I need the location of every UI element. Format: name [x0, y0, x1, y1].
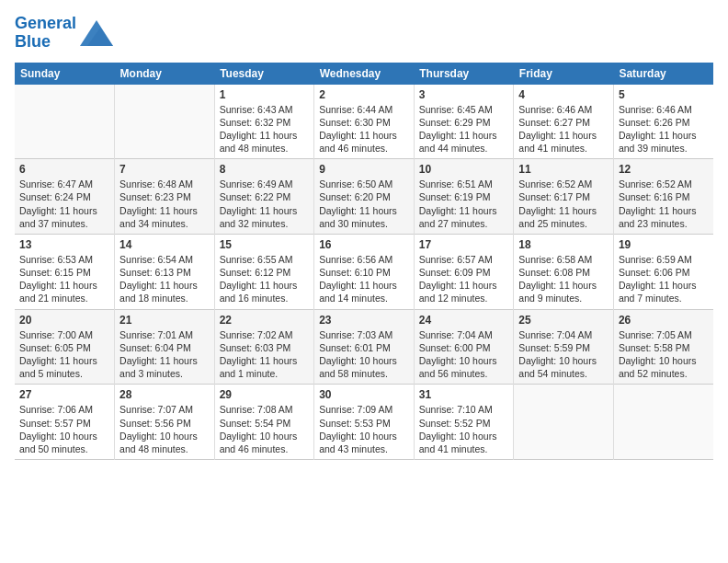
day-detail: Sunrise: 7:10 AM Sunset: 5:52 PM Dayligh… [419, 403, 509, 455]
day-number: 24 [419, 314, 509, 327]
day-detail: Sunrise: 7:03 AM Sunset: 6:01 PM Dayligh… [319, 328, 409, 381]
header-tuesday: Tuesday [214, 63, 314, 85]
day-detail: Sunrise: 6:54 AM Sunset: 6:13 PM Dayligh… [119, 253, 210, 305]
day-number: 20 [19, 314, 109, 327]
header-thursday: Thursday [414, 63, 514, 85]
day-cell: 20Sunrise: 7:00 AM Sunset: 6:05 PM Dayli… [15, 309, 115, 385]
calendar-table: SundayMondayTuesdayWednesdayThursdayFrid… [15, 63, 713, 460]
day-detail: Sunrise: 6:49 AM Sunset: 6:22 PM Dayligh… [220, 178, 310, 230]
day-detail: Sunrise: 6:52 AM Sunset: 6:16 PM Dayligh… [619, 178, 709, 230]
day-detail: Sunrise: 7:09 AM Sunset: 5:53 PM Dayligh… [319, 403, 409, 455]
day-cell: 12Sunrise: 6:52 AM Sunset: 6:16 PM Dayli… [613, 159, 713, 235]
day-cell [514, 385, 614, 460]
logo-text: GeneralBlue [15, 15, 76, 52]
day-detail: Sunrise: 7:05 AM Sunset: 5:58 PM Dayligh… [619, 328, 709, 381]
day-cell: 13Sunrise: 6:53 AM Sunset: 6:15 PM Dayli… [15, 234, 115, 309]
header-saturday: Saturday [613, 63, 713, 85]
day-cell [115, 85, 215, 159]
day-number: 2 [319, 88, 409, 101]
day-detail: Sunrise: 6:51 AM Sunset: 6:19 PM Dayligh… [419, 178, 509, 230]
day-detail: Sunrise: 7:04 AM Sunset: 5:59 PM Dayligh… [518, 328, 609, 381]
day-number: 23 [319, 314, 409, 327]
week-row-2: 6Sunrise: 6:47 AM Sunset: 6:24 PM Daylig… [15, 159, 713, 235]
day-number: 21 [119, 314, 210, 327]
day-detail: Sunrise: 6:46 AM Sunset: 6:27 PM Dayligh… [518, 103, 609, 155]
header-wednesday: Wednesday [314, 63, 415, 85]
day-number: 14 [119, 238, 210, 251]
day-number: 31 [419, 388, 509, 401]
header-friday: Friday [514, 63, 614, 85]
day-cell: 29Sunrise: 7:08 AM Sunset: 5:54 PM Dayli… [214, 385, 314, 460]
day-detail: Sunrise: 7:00 AM Sunset: 6:05 PM Dayligh… [19, 328, 109, 381]
day-number: 11 [518, 163, 609, 176]
day-number: 9 [319, 163, 409, 176]
day-detail: Sunrise: 7:08 AM Sunset: 5:54 PM Dayligh… [220, 403, 310, 455]
header-monday: Monday [115, 63, 215, 85]
day-detail: Sunrise: 6:53 AM Sunset: 6:15 PM Dayligh… [19, 253, 109, 305]
day-detail: Sunrise: 6:59 AM Sunset: 6:06 PM Dayligh… [619, 253, 709, 305]
day-detail: Sunrise: 6:48 AM Sunset: 6:23 PM Dayligh… [119, 178, 210, 230]
day-number: 26 [619, 314, 709, 327]
day-detail: Sunrise: 6:44 AM Sunset: 6:30 PM Dayligh… [319, 103, 409, 155]
day-cell: 11Sunrise: 6:52 AM Sunset: 6:17 PM Dayli… [514, 159, 614, 235]
week-row-3: 13Sunrise: 6:53 AM Sunset: 6:15 PM Dayli… [15, 234, 713, 309]
day-cell: 25Sunrise: 7:04 AM Sunset: 5:59 PM Dayli… [514, 309, 614, 385]
day-number: 18 [518, 238, 609, 251]
day-cell [15, 85, 115, 159]
day-number: 5 [619, 88, 709, 101]
day-cell: 6Sunrise: 6:47 AM Sunset: 6:24 PM Daylig… [15, 159, 115, 235]
day-cell [613, 385, 713, 460]
day-cell: 24Sunrise: 7:04 AM Sunset: 6:00 PM Dayli… [414, 309, 514, 385]
day-cell: 1Sunrise: 6:43 AM Sunset: 6:32 PM Daylig… [214, 85, 314, 159]
page-header: GeneralBlue [15, 15, 713, 52]
header-sunday: Sunday [15, 63, 115, 85]
day-number: 3 [419, 88, 509, 101]
day-cell: 19Sunrise: 6:59 AM Sunset: 6:06 PM Dayli… [613, 234, 713, 309]
day-cell: 5Sunrise: 6:46 AM Sunset: 6:26 PM Daylig… [613, 85, 713, 159]
day-detail: Sunrise: 7:06 AM Sunset: 5:57 PM Dayligh… [19, 403, 109, 455]
day-cell: 16Sunrise: 6:56 AM Sunset: 6:10 PM Dayli… [314, 234, 415, 309]
day-detail: Sunrise: 6:58 AM Sunset: 6:08 PM Dayligh… [518, 253, 609, 305]
day-detail: Sunrise: 6:43 AM Sunset: 6:32 PM Dayligh… [220, 103, 310, 155]
day-number: 8 [220, 163, 310, 176]
day-detail: Sunrise: 7:04 AM Sunset: 6:00 PM Dayligh… [419, 328, 509, 381]
day-cell: 26Sunrise: 7:05 AM Sunset: 5:58 PM Dayli… [613, 309, 713, 385]
day-number: 13 [19, 238, 109, 251]
day-number: 25 [518, 314, 609, 327]
day-cell: 31Sunrise: 7:10 AM Sunset: 5:52 PM Dayli… [414, 385, 514, 460]
day-number: 29 [220, 388, 310, 401]
day-number: 1 [220, 88, 310, 101]
day-number: 6 [19, 163, 109, 176]
day-number: 10 [419, 163, 509, 176]
day-number: 27 [19, 388, 109, 401]
day-number: 22 [220, 314, 310, 327]
day-cell: 3Sunrise: 6:45 AM Sunset: 6:29 PM Daylig… [414, 85, 514, 159]
week-row-5: 27Sunrise: 7:06 AM Sunset: 5:57 PM Dayli… [15, 385, 713, 460]
day-cell: 27Sunrise: 7:06 AM Sunset: 5:57 PM Dayli… [15, 385, 115, 460]
day-number: 28 [119, 388, 210, 401]
day-cell: 30Sunrise: 7:09 AM Sunset: 5:53 PM Dayli… [314, 385, 415, 460]
day-cell: 17Sunrise: 6:57 AM Sunset: 6:09 PM Dayli… [414, 234, 514, 309]
day-detail: Sunrise: 7:01 AM Sunset: 6:04 PM Dayligh… [119, 328, 210, 381]
day-cell: 10Sunrise: 6:51 AM Sunset: 6:19 PM Dayli… [414, 159, 514, 235]
day-number: 15 [220, 238, 310, 251]
day-cell: 4Sunrise: 6:46 AM Sunset: 6:27 PM Daylig… [514, 85, 614, 159]
day-number: 4 [518, 88, 609, 101]
day-cell: 2Sunrise: 6:44 AM Sunset: 6:30 PM Daylig… [314, 85, 415, 159]
day-detail: Sunrise: 6:55 AM Sunset: 6:12 PM Dayligh… [220, 253, 310, 305]
day-cell: 9Sunrise: 6:50 AM Sunset: 6:20 PM Daylig… [314, 159, 415, 235]
day-cell: 23Sunrise: 7:03 AM Sunset: 6:01 PM Dayli… [314, 309, 415, 385]
day-detail: Sunrise: 6:52 AM Sunset: 6:17 PM Dayligh… [518, 178, 609, 230]
day-cell: 21Sunrise: 7:01 AM Sunset: 6:04 PM Dayli… [115, 309, 215, 385]
week-row-4: 20Sunrise: 7:00 AM Sunset: 6:05 PM Dayli… [15, 309, 713, 385]
day-detail: Sunrise: 6:47 AM Sunset: 6:24 PM Dayligh… [19, 178, 109, 230]
day-detail: Sunrise: 7:07 AM Sunset: 5:56 PM Dayligh… [119, 403, 210, 455]
day-cell: 8Sunrise: 6:49 AM Sunset: 6:22 PM Daylig… [214, 159, 314, 235]
day-detail: Sunrise: 6:46 AM Sunset: 6:26 PM Dayligh… [619, 103, 709, 155]
day-number: 19 [619, 238, 709, 251]
day-cell: 15Sunrise: 6:55 AM Sunset: 6:12 PM Dayli… [214, 234, 314, 309]
day-cell: 22Sunrise: 7:02 AM Sunset: 6:03 PM Dayli… [214, 309, 314, 385]
day-cell: 7Sunrise: 6:48 AM Sunset: 6:23 PM Daylig… [115, 159, 215, 235]
day-cell: 18Sunrise: 6:58 AM Sunset: 6:08 PM Dayli… [514, 234, 614, 309]
day-detail: Sunrise: 6:57 AM Sunset: 6:09 PM Dayligh… [419, 253, 509, 305]
